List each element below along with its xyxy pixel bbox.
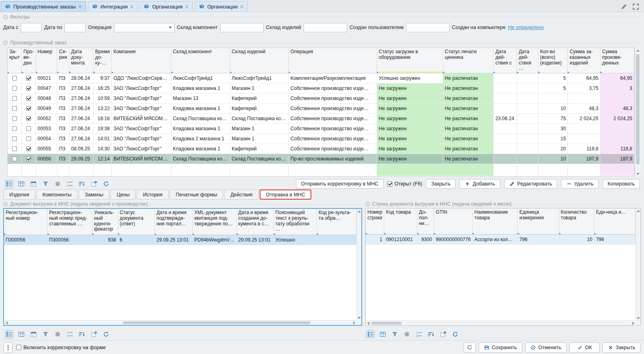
grid-cell[interactable]: 10 (559, 234, 594, 244)
row-checkbox[interactable] (26, 86, 31, 91)
column-header[interactable]: XML-документ квитанция под-тверждение по… (192, 209, 236, 235)
properties-icon[interactable] (5, 180, 13, 188)
grid-cell[interactable] (8, 133, 22, 144)
refresh-icon[interactable] (102, 330, 110, 338)
grid-cell[interactable]: 2 024,25 (600, 113, 634, 123)
row-checkbox[interactable] (12, 136, 17, 141)
grid-cell[interactable] (8, 83, 22, 93)
grid-cell[interactable]: П300056 (47, 235, 92, 245)
grid-cell[interactable]: 0901210001 (384, 234, 417, 244)
grid-cell[interactable]: 00054 (36, 133, 57, 144)
grid-cell[interactable]: Пр-во прослеживаемых изделий (289, 154, 377, 164)
grid-cell[interactable]: Не распечатан (443, 133, 494, 144)
grid-cell[interactable]: 187,9 (600, 154, 634, 164)
grid-cell[interactable]: 14:01 (94, 133, 112, 144)
grid-cell[interactable] (22, 123, 36, 133)
column-header[interactable]: Склад изделий (230, 48, 289, 73)
grid-cell[interactable] (22, 154, 36, 164)
table-row[interactable]: 00049ПЗ27.06.2413:22ЗАО "ЛюксСофтТорг"Кл… (8, 103, 634, 113)
numbering-icon[interactable]: 12 (65, 330, 74, 338)
column-header[interactable]: Склад компонент (171, 48, 230, 73)
scroll-thumb[interactable] (636, 54, 640, 165)
grid-cell[interactable]: 27.06.24 (69, 133, 94, 144)
grid-cell[interactable]: 30 (538, 123, 568, 133)
grid-cell[interactable]: 16:25 (94, 83, 112, 93)
grid-cell[interactable]: 2 024,25 (568, 113, 600, 123)
collapse-icon[interactable] (3, 15, 8, 19)
table-row[interactable]: 00056ПЗ29.09.2512:14ВИТЕБСКИЙ МЯСОМ…Скла… (8, 154, 634, 164)
scroll-down-arrow[interactable] (635, 171, 640, 177)
calendar-icon[interactable] (29, 330, 38, 338)
row-checkbox[interactable] (12, 96, 17, 101)
product-store-input[interactable] (304, 23, 347, 32)
grid-cell[interactable]: Не загружен (377, 144, 443, 154)
grid-cell[interactable]: 29.09.25 (69, 154, 94, 164)
grid-cell[interactable]: Ассорти из кол… (473, 234, 518, 244)
grid-cell[interactable] (22, 83, 36, 93)
grid-cell[interactable]: 13:22 (94, 103, 112, 113)
grid-cell[interactable]: 10:59 (94, 93, 112, 103)
grid-cell[interactable]: ЗАО "ЛюксСофтТорг" (112, 103, 171, 113)
column-header[interactable]: Регистрацион-ный номер (4, 209, 47, 235)
grid-cell[interactable]: 3 (600, 83, 634, 93)
grid-cell[interactable] (317, 235, 356, 245)
column-header[interactable]: Статус документа (ответ) (118, 209, 154, 235)
grid-cell[interactable]: Не распечатан (443, 154, 494, 164)
grid-cell[interactable]: Собственное производство изде… (289, 113, 377, 123)
table-row[interactable]: 00055ПЗ08.09.2514:30ЗАО "ЛюксСофтТорг"Кл… (8, 144, 634, 154)
grid-cell[interactable]: 08.09.25 (69, 144, 94, 154)
grid-cell[interactable]: Магазин 1 (230, 133, 289, 144)
window-tab-proizvodstvennye-zakazy[interactable]: Производственные заказы (1, 1, 86, 12)
grid-cell[interactable]: ЗАО "ЛюксСофтТорг" (112, 93, 171, 103)
grid-cell[interactable]: 119,8 (600, 144, 634, 154)
window-tab-organizatsii[interactable]: Организации (195, 1, 248, 12)
grid-cell[interactable]: Не загружен (377, 103, 443, 113)
grid-cell[interactable]: Кафетерий (230, 103, 289, 113)
row-checkbox[interactable] (26, 156, 31, 161)
properties-icon[interactable] (5, 330, 13, 338)
edit-button[interactable]: Редактировать (504, 179, 557, 189)
tab-deystviya[interactable]: Действия (224, 189, 258, 200)
row-checkbox[interactable] (26, 146, 31, 151)
properties-icon[interactable] (366, 330, 375, 338)
column-header[interactable]: Уникаль-ный иденти-фикатор (92, 209, 118, 235)
grid-cell[interactable]: Кафетерий (230, 93, 289, 103)
grid-cell[interactable]: 6 (118, 235, 154, 245)
maximize-icon[interactable] (632, 3, 639, 10)
sort-icon[interactable] (427, 330, 435, 338)
numbering-icon[interactable]: 12 (415, 330, 423, 338)
grid-cell[interactable]: 27.06.24 (69, 103, 94, 113)
cancel-button[interactable]: Отменить (525, 342, 567, 353)
scroll-up-arrow[interactable] (636, 208, 640, 213)
sort-icon[interactable] (77, 180, 86, 188)
column-header[interactable]: Дата и время подтвержде-ния портал… (154, 209, 192, 235)
scroll-down-arrow[interactable] (357, 315, 361, 320)
grid-cell[interactable]: Комплектация/Разукомплектация (289, 73, 377, 83)
grid-cell[interactable]: 28.06.24 (69, 73, 94, 83)
send-correction-button[interactable]: Отправить корректировку в МНС (296, 179, 384, 189)
include-correction-wrap[interactable]: Включить корректировку на форме (16, 345, 106, 350)
grid-cell[interactable]: 23.06.24 (494, 113, 517, 123)
scroll-left-arrow[interactable] (366, 321, 371, 325)
vertical-scrollbar[interactable] (635, 48, 640, 177)
tab-komponenty[interactable]: Компоненты (36, 189, 77, 200)
grid-cell[interactable]: 796 (518, 234, 559, 244)
column-header[interactable]: Номер строки (366, 208, 384, 234)
grid-cell[interactable] (22, 113, 36, 123)
table-icon[interactable] (17, 330, 25, 338)
grid-cell[interactable]: ЛюксСофтТрейд1 (171, 73, 230, 83)
grid-cell[interactable]: 12:14 (94, 154, 112, 164)
grid-cell[interactable] (8, 93, 22, 103)
table-row[interactable]: П300056П300056938629.09.25 13:01PD94bWwg… (4, 235, 356, 245)
column-header[interactable]: Сумма произве-денных (600, 48, 634, 73)
collapse-icon[interactable] (365, 202, 370, 206)
column-header[interactable]: Наименование товара (473, 208, 518, 234)
grid-cell[interactable]: ПЗ (57, 144, 69, 154)
row-checkbox[interactable] (26, 96, 31, 101)
column-header[interactable]: Операция (289, 48, 377, 73)
tab-istoriya[interactable]: История (137, 189, 168, 200)
grid-cell[interactable]: Магазин 1 (230, 83, 289, 93)
collapse-icon[interactable] (3, 41, 8, 45)
ok-button[interactable]: ОК (569, 342, 600, 353)
row-checkbox[interactable] (12, 116, 17, 121)
